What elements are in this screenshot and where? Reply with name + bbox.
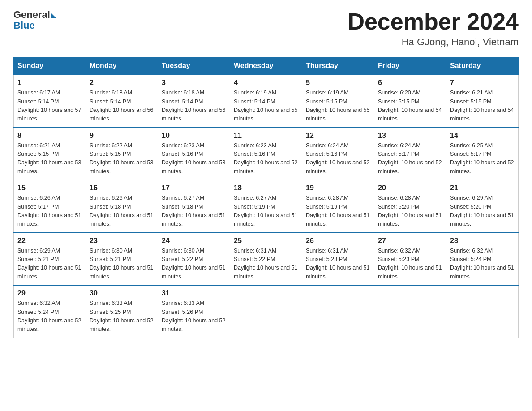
week-row-5: 29Sunrise: 6:32 AMSunset: 5:24 PMDayligh… <box>14 285 519 338</box>
day-cell: 29Sunrise: 6:32 AMSunset: 5:24 PMDayligh… <box>14 285 86 338</box>
day-detail: Sunrise: 6:18 AMSunset: 5:14 PMDaylight:… <box>90 90 153 122</box>
day-cell: 14Sunrise: 6:25 AMSunset: 5:17 PMDayligh… <box>446 128 519 180</box>
day-number: 3 <box>162 79 226 87</box>
month-title: December 2024 <box>348 9 519 34</box>
day-number: 24 <box>162 237 226 245</box>
day-cell: 1Sunrise: 6:17 AMSunset: 5:14 PMDaylight… <box>14 75 86 128</box>
day-cell: 25Sunrise: 6:31 AMSunset: 5:22 PMDayligh… <box>230 233 302 286</box>
day-cell: 6Sunrise: 6:20 AMSunset: 5:15 PMDaylight… <box>374 75 446 128</box>
page-header: General Blue December 2024 Ha GJong, Han… <box>13 9 519 48</box>
day-cell <box>446 285 519 338</box>
day-cell: 11Sunrise: 6:23 AMSunset: 5:16 PMDayligh… <box>230 128 302 180</box>
day-detail: Sunrise: 6:32 AMSunset: 5:24 PMDaylight:… <box>17 300 81 332</box>
day-number: 21 <box>450 184 515 192</box>
day-number: 19 <box>306 184 370 192</box>
day-detail: Sunrise: 6:27 AMSunset: 5:19 PMDaylight:… <box>234 195 297 227</box>
week-row-3: 15Sunrise: 6:26 AMSunset: 5:17 PMDayligh… <box>14 180 519 233</box>
day-cell: 9Sunrise: 6:22 AMSunset: 5:15 PMDaylight… <box>86 128 158 180</box>
logo: General Blue <box>13 9 56 31</box>
week-row-1: 1Sunrise: 6:17 AMSunset: 5:14 PMDaylight… <box>14 75 519 128</box>
day-cell: 12Sunrise: 6:24 AMSunset: 5:16 PMDayligh… <box>302 128 374 180</box>
day-number: 29 <box>17 289 82 297</box>
day-detail: Sunrise: 6:30 AMSunset: 5:22 PMDaylight:… <box>162 248 225 280</box>
day-detail: Sunrise: 6:32 AMSunset: 5:24 PMDaylight:… <box>450 248 514 280</box>
day-cell: 2Sunrise: 6:18 AMSunset: 5:14 PMDaylight… <box>86 75 158 128</box>
header-friday: Friday <box>374 57 446 75</box>
day-detail: Sunrise: 6:24 AMSunset: 5:16 PMDaylight:… <box>306 142 369 175</box>
day-cell: 17Sunrise: 6:27 AMSunset: 5:18 PMDayligh… <box>158 180 230 233</box>
day-cell: 23Sunrise: 6:30 AMSunset: 5:21 PMDayligh… <box>86 233 158 286</box>
day-cell: 7Sunrise: 6:21 AMSunset: 5:15 PMDaylight… <box>446 75 519 128</box>
header-sunday: Sunday <box>14 57 86 75</box>
day-cell: 21Sunrise: 6:29 AMSunset: 5:20 PMDayligh… <box>446 180 519 233</box>
day-number: 13 <box>378 132 442 140</box>
day-cell: 24Sunrise: 6:30 AMSunset: 5:22 PMDayligh… <box>158 233 230 286</box>
day-detail: Sunrise: 6:29 AMSunset: 5:20 PMDaylight:… <box>450 195 514 227</box>
week-row-2: 8Sunrise: 6:21 AMSunset: 5:15 PMDaylight… <box>14 128 519 180</box>
location-text: Ha GJong, Hanoi, Vietnam <box>348 36 519 48</box>
day-number: 20 <box>378 184 442 192</box>
day-cell: 4Sunrise: 6:19 AMSunset: 5:14 PMDaylight… <box>230 75 302 128</box>
day-cell: 28Sunrise: 6:32 AMSunset: 5:24 PMDayligh… <box>446 233 519 286</box>
day-detail: Sunrise: 6:20 AMSunset: 5:15 PMDaylight:… <box>378 90 442 122</box>
day-number: 17 <box>162 184 226 192</box>
day-detail: Sunrise: 6:17 AMSunset: 5:14 PMDaylight:… <box>17 90 81 122</box>
day-cell: 27Sunrise: 6:32 AMSunset: 5:23 PMDayligh… <box>374 233 446 286</box>
day-detail: Sunrise: 6:21 AMSunset: 5:15 PMDaylight:… <box>450 90 514 122</box>
header-wednesday: Wednesday <box>230 57 302 75</box>
week-row-4: 22Sunrise: 6:29 AMSunset: 5:21 PMDayligh… <box>14 233 519 286</box>
day-detail: Sunrise: 6:28 AMSunset: 5:19 PMDaylight:… <box>306 195 369 227</box>
day-detail: Sunrise: 6:24 AMSunset: 5:17 PMDaylight:… <box>378 142 442 175</box>
header-monday: Monday <box>86 57 158 75</box>
day-cell: 13Sunrise: 6:24 AMSunset: 5:17 PMDayligh… <box>374 128 446 180</box>
day-number: 8 <box>17 132 82 140</box>
day-number: 22 <box>17 237 82 245</box>
day-number: 26 <box>306 237 370 245</box>
day-cell: 16Sunrise: 6:26 AMSunset: 5:18 PMDayligh… <box>86 180 158 233</box>
day-number: 12 <box>306 132 370 140</box>
day-detail: Sunrise: 6:33 AMSunset: 5:26 PMDaylight:… <box>162 300 225 332</box>
day-detail: Sunrise: 6:31 AMSunset: 5:23 PMDaylight:… <box>306 248 369 280</box>
title-section: December 2024 Ha GJong, Hanoi, Vietnam <box>348 9 519 48</box>
day-detail: Sunrise: 6:29 AMSunset: 5:21 PMDaylight:… <box>17 248 81 280</box>
day-cell: 19Sunrise: 6:28 AMSunset: 5:19 PMDayligh… <box>302 180 374 233</box>
day-cell: 15Sunrise: 6:26 AMSunset: 5:17 PMDayligh… <box>14 180 86 233</box>
day-number: 6 <box>378 79 442 87</box>
day-number: 23 <box>90 237 154 245</box>
day-number: 5 <box>306 79 370 87</box>
day-number: 2 <box>90 79 154 87</box>
day-detail: Sunrise: 6:19 AMSunset: 5:15 PMDaylight:… <box>306 90 369 122</box>
day-cell: 31Sunrise: 6:33 AMSunset: 5:26 PMDayligh… <box>158 285 230 338</box>
day-detail: Sunrise: 6:33 AMSunset: 5:25 PMDaylight:… <box>90 300 153 332</box>
day-detail: Sunrise: 6:30 AMSunset: 5:21 PMDaylight:… <box>90 248 153 280</box>
logo-general-text: General <box>13 9 50 21</box>
header-tuesday: Tuesday <box>158 57 230 75</box>
day-cell: 20Sunrise: 6:28 AMSunset: 5:20 PMDayligh… <box>374 180 446 233</box>
header-thursday: Thursday <box>302 57 374 75</box>
day-detail: Sunrise: 6:23 AMSunset: 5:16 PMDaylight:… <box>234 142 297 175</box>
day-number: 4 <box>234 79 298 87</box>
day-cell <box>230 285 302 338</box>
day-detail: Sunrise: 6:31 AMSunset: 5:22 PMDaylight:… <box>234 248 297 280</box>
day-cell: 18Sunrise: 6:27 AMSunset: 5:19 PMDayligh… <box>230 180 302 233</box>
day-number: 10 <box>162 132 226 140</box>
day-number: 30 <box>90 289 154 297</box>
day-cell: 3Sunrise: 6:18 AMSunset: 5:14 PMDaylight… <box>158 75 230 128</box>
day-detail: Sunrise: 6:22 AMSunset: 5:15 PMDaylight:… <box>90 142 153 175</box>
day-number: 14 <box>450 132 515 140</box>
logo-arrow-icon <box>51 13 56 18</box>
day-detail: Sunrise: 6:18 AMSunset: 5:14 PMDaylight:… <box>162 90 225 122</box>
calendar-table: SundayMondayTuesdayWednesdayThursdayFrid… <box>13 57 519 338</box>
day-detail: Sunrise: 6:25 AMSunset: 5:17 PMDaylight:… <box>450 142 514 175</box>
day-cell: 26Sunrise: 6:31 AMSunset: 5:23 PMDayligh… <box>302 233 374 286</box>
day-cell: 8Sunrise: 6:21 AMSunset: 5:15 PMDaylight… <box>14 128 86 180</box>
day-cell <box>374 285 446 338</box>
day-detail: Sunrise: 6:21 AMSunset: 5:15 PMDaylight:… <box>17 142 81 175</box>
day-cell: 30Sunrise: 6:33 AMSunset: 5:25 PMDayligh… <box>86 285 158 338</box>
day-detail: Sunrise: 6:26 AMSunset: 5:17 PMDaylight:… <box>17 195 81 227</box>
day-detail: Sunrise: 6:19 AMSunset: 5:14 PMDaylight:… <box>234 90 297 122</box>
day-cell: 10Sunrise: 6:23 AMSunset: 5:16 PMDayligh… <box>158 128 230 180</box>
day-number: 25 <box>234 237 298 245</box>
day-number: 18 <box>234 184 298 192</box>
day-number: 15 <box>17 184 82 192</box>
